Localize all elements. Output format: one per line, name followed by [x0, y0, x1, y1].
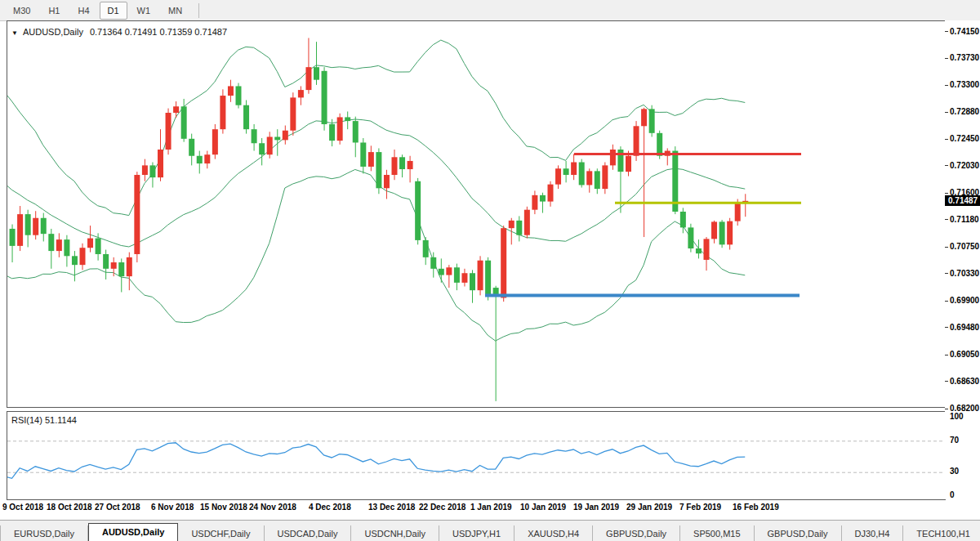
price-tick-mark — [945, 381, 948, 382]
date-axis[interactable]: 9 Oct 201818 Oct 201827 Oct 20186 Nov 20… — [0, 500, 944, 518]
price-tick-label: 0.70330 — [950, 269, 979, 278]
toolbar-separator — [198, 3, 199, 18]
date-tick-label: 15 Nov 2018 — [200, 503, 247, 512]
price-tick-label: 0.72030 — [950, 161, 979, 170]
rsi-chart[interactable] — [7, 412, 945, 499]
price-tick-label: 0.71180 — [950, 215, 979, 224]
price-tick-mark — [945, 193, 948, 194]
date-tick-label: 19 Jan 2019 — [573, 503, 619, 512]
price-tick-mark — [945, 301, 948, 302]
timeframe-button-mn[interactable]: MN — [160, 2, 190, 20]
price-tick-mark — [945, 165, 948, 166]
rsi-panel[interactable] — [7, 411, 946, 500]
timeframe-button-m30[interactable]: M30 — [5, 2, 38, 20]
tab-usdchf-daily[interactable]: USDCHF,Daily — [178, 525, 264, 541]
trading-platform-window: M30H1H4D1W1MN ▼AUDUSD,Daily0.71364 0.714… — [0, 0, 980, 541]
date-tick-label: 6 Nov 2018 — [151, 503, 194, 512]
tab-tech100-h1[interactable]: TECH100,H1 — [903, 525, 980, 541]
date-tick-label: 27 Oct 2018 — [95, 503, 140, 512]
tab-gbpusd-daily[interactable]: GBPUSD,Daily — [755, 525, 842, 541]
price-tick-label: 0.69050 — [950, 350, 979, 359]
date-tick-label: 29 Jan 2019 — [626, 503, 672, 512]
chevron-down-icon: ▼ — [11, 29, 18, 37]
price-tick-label: 0.69900 — [950, 296, 979, 305]
tab-usdcnh-daily[interactable]: USDCNH,Daily — [351, 525, 439, 541]
timeframe-toolbar: M30H1H4D1W1MN — [0, 0, 980, 21]
price-tick-mark — [945, 355, 948, 355]
timeframe-button-w1[interactable]: W1 — [129, 2, 159, 20]
date-tick-label: 10 Jan 2019 — [520, 503, 566, 512]
date-tick-label: 7 Feb 2019 — [679, 503, 721, 512]
date-tick-label: 16 Feb 2019 — [733, 503, 779, 512]
date-tick-label: 22 Dec 2018 — [419, 503, 466, 512]
price-tick-label: 0.74150 — [950, 27, 979, 36]
tab-gbpusd-daily[interactable]: GBPUSD,Daily — [593, 525, 680, 541]
date-tick-label: 18 Oct 2018 — [47, 503, 92, 512]
rsi-indicator-label: RSI(14) 51.1144 — [11, 415, 77, 425]
price-tick-label: 0.73300 — [950, 80, 979, 89]
timeframe-button-d1[interactable]: D1 — [100, 2, 127, 20]
rsi-line — [7, 443, 745, 479]
price-tick-label: 0.72450 — [950, 134, 979, 143]
symbol-label: AUDUSD,Daily — [23, 27, 83, 37]
price-chart-panel[interactable] — [7, 20, 946, 408]
tab-dj30-h4[interactable]: DJ30,H4 — [842, 525, 904, 541]
timeframe-button-h1[interactable]: H1 — [40, 2, 68, 20]
symbol-tabs: EURUSD,DailyAUDUSD,DailyUSDCHF,DailyUSDC… — [1, 523, 980, 541]
price-tick-mark — [945, 85, 948, 86]
date-tick-label: 13 Dec 2018 — [368, 503, 415, 512]
timeframe-button-h4[interactable]: H4 — [69, 2, 97, 20]
tab-xauusd-h4[interactable]: XAUUSD,H4 — [514, 525, 593, 541]
timeframe-buttons: M30H1H4D1W1MN — [5, 2, 192, 20]
tab-usdjpy-h1[interactable]: USDJPY,H1 — [439, 525, 514, 541]
rsi-tick-label: 70 — [950, 436, 959, 445]
candles — [7, 38, 748, 400]
price-tick-mark — [945, 247, 948, 248]
candlestick-chart[interactable] — [7, 21, 945, 407]
price-tick-label: 0.69480 — [950, 323, 979, 332]
date-tick-label: 4 Dec 2018 — [309, 503, 351, 512]
price-tick-label: 0.70750 — [950, 242, 979, 251]
price-tick-mark — [945, 139, 948, 140]
rsi-tick-label: 30 — [950, 467, 959, 476]
price-tick-mark — [945, 219, 948, 220]
rsi-tick-label: 0 — [950, 490, 955, 499]
price-tick-mark — [945, 112, 948, 113]
price-tick-label: 0.72880 — [950, 107, 979, 116]
price-tick-mark — [945, 58, 948, 59]
tab-eurusd-daily[interactable]: EURUSD,Daily — [1, 525, 88, 541]
symbol-tabbar: EURUSD,DailyAUDUSD,DailyUSDCHF,DailyUSDC… — [0, 520, 980, 541]
date-tick-label: 9 Oct 2018 — [2, 503, 43, 512]
rsi-tick-label: 100 — [950, 412, 964, 421]
price-tick-mark — [945, 409, 948, 409]
price-axis[interactable]: 0.741500.737300.733000.728800.724500.720… — [945, 20, 980, 499]
chart-title: ▼AUDUSD,Daily0.71364 0.71491 0.71359 0.7… — [11, 27, 227, 37]
ohlc-values: 0.71364 0.71491 0.71359 0.71487 — [90, 27, 227, 37]
tab-usdcad-daily[interactable]: USDCAD,Daily — [265, 525, 352, 541]
date-tick-label: 1 Jan 2019 — [470, 503, 512, 512]
date-tick-label: 24 Nov 2018 — [249, 503, 296, 512]
price-tick-label: 0.73730 — [950, 53, 979, 62]
price-tick-label: 0.68630 — [950, 377, 979, 386]
price-tick-mark — [945, 31, 948, 32]
price-tick-mark — [945, 327, 948, 328]
tab-sp500-m15[interactable]: SP500,M15 — [680, 525, 754, 541]
current-price-tag: 0.71487 — [945, 195, 980, 206]
tab-audusd-daily[interactable]: AUDUSD,Daily — [88, 523, 178, 541]
price-tick-mark — [945, 273, 948, 274]
